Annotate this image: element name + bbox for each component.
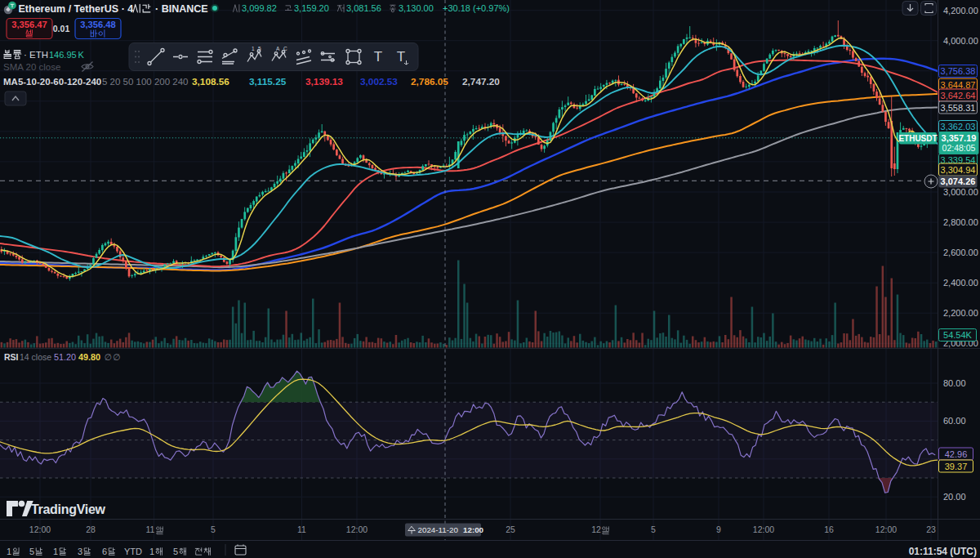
svg-text:11: 11 [297,525,306,534]
svg-text:3,362.03: 3,362.03 [941,122,976,132]
svg-text:3,357.19: 3,357.19 [942,133,977,143]
svg-text:28: 28 [86,525,96,534]
svg-text:12:00: 12:00 [29,525,51,534]
svg-text:51.20: 51.20 [54,352,76,362]
svg-text:23: 23 [926,525,936,534]
svg-text:RSI: RSI [4,352,19,362]
svg-text:39.37: 39.37 [945,462,968,471]
svg-text:5: 5 [29,547,34,556]
svg-text:5: 5 [211,525,216,534]
svg-text:14 close: 14 close [20,352,51,362]
svg-text:3,074.26: 3,074.26 [941,176,976,186]
svg-text:+30.18 (+0.97%): +30.18 (+0.97%) [443,3,510,13]
svg-text:3,000.00: 3,000.00 [943,187,978,197]
svg-text:2,786.05: 2,786.05 [411,76,448,87]
svg-text:2,200.00: 2,200.00 [943,308,978,318]
svg-text:· ETH: · ETH [24,50,48,60]
svg-text:3,756.38: 3,756.38 [941,66,976,76]
svg-text:TradingView: TradingView [31,502,106,516]
svg-text:02:48:05: 02:48:05 [942,143,976,153]
svg-text:2,747.20: 2,747.20 [462,76,500,87]
svg-text:11: 11 [146,525,155,534]
svg-text:3,159.20: 3,159.20 [294,3,329,13]
svg-text:3,304.94: 3,304.94 [941,165,976,175]
svg-text:SMA 20 close: SMA 20 close [3,62,60,72]
svg-text:12:00: 12:00 [346,525,368,534]
svg-text:42.96: 42.96 [945,449,968,459]
svg-text:25: 25 [506,525,515,534]
svg-text:T: T [374,49,382,65]
svg-text:16: 16 [824,525,834,534]
svg-text:4,200.00: 4,200.00 [943,6,978,16]
svg-text:3,002.53: 3,002.53 [360,76,398,87]
svg-text:3,356.48: 3,356.48 [80,20,116,29]
svg-text:· BINANCE: · BINANCE [155,3,208,15]
svg-text:C: C [283,46,287,51]
svg-text:3,130.00: 3,130.00 [399,3,434,13]
svg-text:3,081.56: 3,081.56 [346,3,381,13]
svg-text:2,600.00: 2,600.00 [943,248,978,257]
svg-text:80.00: 80.00 [943,378,966,388]
svg-text:ETHUSDT: ETHUSDT [898,134,937,143]
svg-text:2,800.00: 2,800.00 [943,217,978,227]
svg-text:3,115.25: 3,115.25 [249,76,287,87]
svg-text:∅: ∅ [105,352,112,362]
svg-text:5: 5 [258,46,261,51]
svg-text:1: 1 [7,547,11,556]
svg-text:20.00: 20.00 [943,492,966,502]
svg-text:146.95: 146.95 [49,50,77,60]
svg-text:6: 6 [102,547,107,556]
svg-text:5 20 50 100 200 240: 5 20 50 100 200 240 [102,77,189,87]
svg-text:12: 12 [591,525,601,534]
svg-text:3,099.82: 3,099.82 [242,3,277,13]
svg-text:K: K [78,50,85,60]
svg-text:54.54K: 54.54K [943,330,973,340]
svg-text:5: 5 [651,525,656,534]
svg-text:A: A [276,46,280,51]
svg-text:3,642.64: 3,642.64 [941,91,976,100]
svg-text:3,108.56: 3,108.56 [192,76,229,87]
svg-text:1: 1 [53,547,58,556]
svg-text:12:00: 12:00 [753,525,774,534]
svg-text:T: T [397,49,405,65]
svg-text:2,400.00: 2,400.00 [943,278,978,288]
svg-text:1: 1 [149,547,154,556]
svg-text:12:00: 12:00 [875,525,897,534]
svg-text:2024-11-20: 2024-11-20 [418,525,459,534]
svg-text:5: 5 [173,547,178,556]
svg-text:3,644.87: 3,644.87 [941,80,976,90]
svg-text:Ethereum / TetherUS · 4: Ethereum / TetherUS · 4 [19,3,134,15]
svg-text:YTD: YTD [124,547,142,556]
svg-text:3,356.47: 3,356.47 [11,20,47,29]
svg-text:4,000.00: 4,000.00 [943,36,978,46]
svg-text:9: 9 [716,525,721,534]
svg-text:01:11:54 (UTC): 01:11:54 (UTC) [909,546,977,557]
svg-text:MA5-10-20-60-120-240: MA5-10-20-60-120-240 [3,77,101,87]
svg-text:1: 1 [252,46,255,51]
svg-text:3,139.13: 3,139.13 [305,76,343,87]
svg-text:0.01: 0.01 [53,24,70,33]
svg-text:3: 3 [78,547,82,556]
svg-text:49.80: 49.80 [78,352,100,362]
svg-text:3,558.31: 3,558.31 [941,103,976,113]
svg-text:∅: ∅ [113,352,120,362]
svg-text:12:00: 12:00 [463,525,484,534]
svg-text:60.00: 60.00 [943,416,966,426]
